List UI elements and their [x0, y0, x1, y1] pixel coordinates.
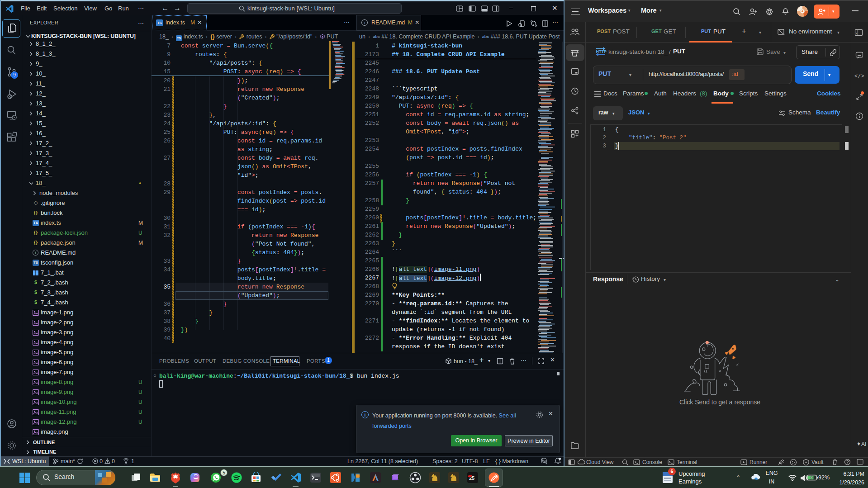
- svg-text:x: x: [856, 32, 858, 35]
- svg-text:HTTP: HTTP: [596, 49, 607, 54]
